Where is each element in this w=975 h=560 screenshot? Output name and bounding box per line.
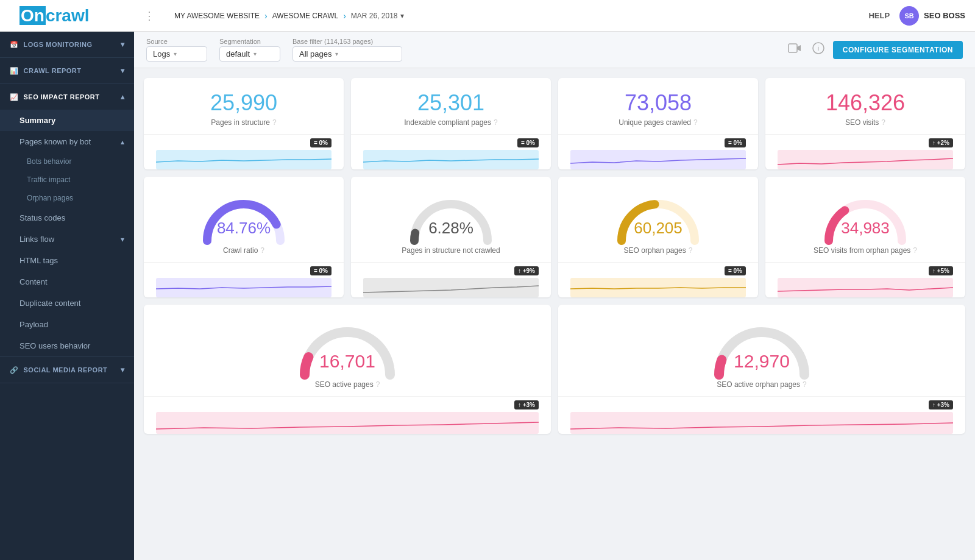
- trend-badge-seo: ↑ +2%: [929, 138, 953, 147]
- gauge-seo-active-orphan: [707, 317, 817, 384]
- gauge-crawl-ratio-value: 84.76%: [195, 219, 292, 238]
- sidebar-sub-orphan[interactable]: Orphan pages: [0, 189, 134, 207]
- trend-badge-crawl: = 0%: [310, 266, 332, 275]
- svg-rect-0: [789, 44, 797, 52]
- sidebar-header-seo[interactable]: 📈 SEO IMPACT REPORT ▴: [0, 84, 134, 110]
- dots-menu[interactable]: ⋮: [144, 9, 155, 23]
- base-arrow: ▾: [335, 51, 338, 57]
- user-badge[interactable]: SB SEO BOSS: [899, 6, 965, 26]
- breadcrumb-sep1: ›: [264, 11, 268, 21]
- calendar-icon: 📅: [10, 41, 19, 49]
- seg-label: Segmentation: [219, 38, 280, 45]
- gauge-seo-active: [292, 317, 402, 384]
- card-crawl-ratio: 84.76% Crawl ratio ? = 0%: [144, 177, 344, 297]
- breadcrumb-site[interactable]: MY AWESOME WEBSITE: [174, 12, 260, 20]
- card-pages-structure-value: 25,990: [210, 90, 277, 116]
- svg-marker-1: [797, 45, 801, 51]
- help-link[interactable]: HELP: [868, 11, 890, 20]
- trend-badge-orphan: = 0%: [725, 266, 746, 275]
- chevron-logs: ▾: [121, 40, 125, 49]
- seg-arrow: ▾: [254, 51, 257, 57]
- user-avatar: SB: [899, 6, 919, 26]
- sidebar-item-payload[interactable]: Payload: [0, 314, 134, 335]
- sidebar-item-html[interactable]: HTML tags: [0, 250, 134, 271]
- trend-crawl-ratio: = 0%: [156, 263, 332, 297]
- card-seo-active-orphan: 12,970 SEO active orphan pages ? ↑ +3%: [558, 305, 965, 434]
- card-indexable-value: 25,301: [417, 90, 484, 116]
- sidebar-section-social: 🔗 SOCIAL MEDIA REPORT ▾: [0, 357, 134, 383]
- card-visits-orphan: 34,983 SEO visits from orphan pages ? ↑ …: [765, 177, 965, 297]
- row1-grid: 25,990 Pages in structure ? = 0%: [144, 78, 965, 169]
- trend-indexable: = 0%: [363, 135, 539, 169]
- card-indexable-label: Indexable compliant pages ?: [404, 118, 497, 127]
- filter-source: Source Logs ▾: [146, 38, 207, 62]
- sidebar-sub-traffic[interactable]: Traffic impact: [0, 171, 134, 189]
- card-pages-structure-label: Pages in structure ?: [211, 118, 276, 127]
- sidebar-item-seo-users[interactable]: SEO users behavior: [0, 335, 134, 356]
- breadcrumb-crawl[interactable]: AWESOME CRAWL: [272, 12, 338, 20]
- base-label: Base filter (114,163 pages): [292, 38, 402, 45]
- help-circle[interactable]: ?: [272, 118, 277, 127]
- sidebar-item-content[interactable]: Content: [0, 271, 134, 292]
- breadcrumb-date[interactable]: MAR 26, 2018 ▾: [351, 12, 404, 20]
- card-seo-visits-value: 146,326: [826, 90, 905, 116]
- sidebar-section-crawl: 📊 CRAWL REPORT ▾: [0, 58, 134, 84]
- row2-grid: 84.76% Crawl ratio ? = 0%: [144, 177, 965, 297]
- nav-right: HELP SB SEO BOSS: [868, 6, 965, 26]
- trend-badge-visits-orphan: ↑ +5%: [929, 266, 953, 275]
- trend-badge-seo-active: ↑ +3%: [514, 400, 539, 409]
- sidebar-sub-bots[interactable]: Bots behavior: [0, 152, 134, 171]
- gauge-seo-active-value: 16,701: [292, 351, 402, 372]
- filter-base: Base filter (114,163 pages) All pages ▾: [292, 38, 402, 62]
- gauge-visits-orphan-value: 34,983: [817, 219, 914, 238]
- sidebar-header-social[interactable]: 🔗 SOCIAL MEDIA REPORT ▾: [0, 357, 134, 383]
- video-icon-btn[interactable]: [785, 40, 804, 59]
- sidebar-item-summary[interactable]: Summary: [0, 110, 134, 131]
- logo[interactable]: Oncrawl: [20, 6, 90, 26]
- card-seo-active: 16,701 SEO active pages ? ↑ +3%: [144, 305, 551, 434]
- sidebar-header-logs[interactable]: 📅 LOGS MONITORING ▾: [0, 32, 134, 57]
- chevron-seo: ▴: [121, 93, 125, 101]
- filter-segmentation: Segmentation default ▾: [219, 38, 280, 62]
- seo-icon: 📈: [10, 93, 19, 101]
- source-arrow: ▾: [174, 51, 177, 57]
- trend-badge-indexable: = 0%: [517, 138, 539, 147]
- filter-bar: Source Logs ▾ Segmentation default ▾ Bas…: [134, 32, 975, 68]
- source-select[interactable]: Logs ▾: [146, 46, 207, 62]
- trend-not-crawled: ↑ +9%: [363, 263, 539, 297]
- gauge-seo-active-orphan-value: 12,970: [707, 351, 817, 372]
- trend-visits-orphan: ↑ +5%: [778, 263, 953, 297]
- card-seo-visits: 146,326 SEO visits ? ↑ +2%: [765, 78, 965, 169]
- sidebar-item-links[interactable]: Links flow ▾: [0, 229, 134, 250]
- trend-unique: = 0%: [570, 135, 746, 169]
- help-circle-2[interactable]: ?: [494, 118, 498, 127]
- chevron-pages: ▴: [121, 138, 124, 146]
- user-name: SEO BOSS: [924, 11, 965, 20]
- bar-chart-icon: 📊: [10, 67, 19, 75]
- help-circle-3[interactable]: ?: [693, 118, 698, 127]
- sidebar-item-pages-known[interactable]: Pages known by bot ▴: [0, 131, 134, 152]
- breadcrumb: MY AWESOME WEBSITE › AWESOME CRAWL › MAR…: [160, 11, 868, 21]
- sidebar-item-duplicate[interactable]: Duplicate content: [0, 292, 134, 314]
- card-unique-crawled-label: Unique pages crawled ?: [619, 118, 697, 127]
- chevron-links: ▾: [121, 235, 124, 244]
- base-select[interactable]: All pages ▾: [292, 46, 402, 62]
- card-seo-visits-label: SEO visits ?: [845, 118, 885, 127]
- gauge-not-crawled-value: 6.28%: [402, 219, 500, 238]
- trend-orphan: = 0%: [570, 263, 746, 297]
- sidebar-header-crawl[interactable]: 📊 CRAWL REPORT ▾: [0, 58, 134, 83]
- help-circle-4[interactable]: ?: [881, 118, 885, 127]
- trend-seo-visits: ↑ +2%: [778, 135, 953, 169]
- sidebar: 📅 LOGS MONITORING ▾ 📊 CRAWL REPORT ▾ 📈 S…: [0, 32, 134, 560]
- sidebar-section-seo: 📈 SEO IMPACT REPORT ▴ Summary Pages know…: [0, 84, 134, 357]
- configure-btn[interactable]: CONFIGURE SEGMENTATION: [833, 41, 963, 59]
- filter-right: i CONFIGURE SEGMENTATION: [785, 40, 963, 60]
- main-layout: 📅 LOGS MONITORING ▾ 📊 CRAWL REPORT ▾ 📈 S…: [0, 32, 975, 560]
- sidebar-section-logs: 📅 LOGS MONITORING ▾: [0, 32, 134, 58]
- seg-select[interactable]: default ▾: [219, 46, 280, 62]
- trend-badge-unique: = 0%: [725, 138, 746, 147]
- sidebar-item-status[interactable]: Status codes: [0, 207, 134, 229]
- top-nav: Oncrawl ⋮ MY AWESOME WEBSITE › AWESOME C…: [0, 0, 975, 32]
- card-indexable: 25,301 Indexable compliant pages ? = 0%: [351, 78, 551, 169]
- info-icon-btn[interactable]: i: [810, 40, 827, 60]
